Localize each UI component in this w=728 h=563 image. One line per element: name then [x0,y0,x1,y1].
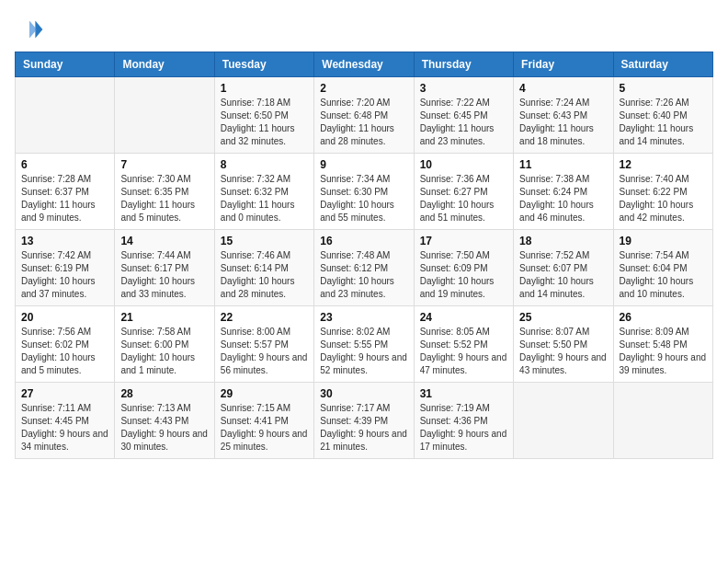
day-number: 29 [221,387,308,400]
day-number: 6 [21,158,108,171]
day-info: Sunrise: 8:00 AMSunset: 5:57 PMDaylight:… [221,326,308,377]
day-info: Sunrise: 7:46 AMSunset: 6:14 PMDaylight:… [221,249,308,301]
calendar-cell: 30Sunrise: 7:17 AMSunset: 4:39 PMDayligh… [314,383,414,459]
calendar-cell [613,383,712,459]
day-number: 8 [221,158,308,171]
day-info: Sunrise: 7:24 AMSunset: 6:43 PMDaylight:… [519,97,607,148]
day-info: Sunrise: 7:22 AMSunset: 6:45 PMDaylight:… [420,97,507,148]
day-number: 27 [21,387,108,400]
day-info: Sunrise: 7:28 AMSunset: 6:37 PMDaylight:… [21,173,108,224]
day-number: 28 [120,387,208,400]
day-number: 16 [320,235,407,247]
day-number: 3 [420,82,507,95]
calendar-week-5: 27Sunrise: 7:11 AMSunset: 4:45 PMDayligh… [16,383,713,459]
day-info: Sunrise: 7:56 AMSunset: 6:02 PMDaylight:… [21,326,108,377]
day-info: Sunrise: 7:42 AMSunset: 6:19 PMDaylight:… [21,249,108,301]
day-info: Sunrise: 7:32 AMSunset: 6:32 PMDaylight:… [221,173,308,224]
calendar-cell: 1Sunrise: 7:18 AMSunset: 6:50 PMDaylight… [214,77,313,154]
calendar-week-4: 20Sunrise: 7:56 AMSunset: 6:02 PMDayligh… [16,306,713,383]
calendar-cell: 3Sunrise: 7:22 AMSunset: 6:45 PMDaylight… [414,77,513,154]
calendar-cell: 26Sunrise: 8:09 AMSunset: 5:48 PMDayligh… [613,306,712,383]
day-number: 10 [420,158,507,171]
day-number: 15 [221,235,308,247]
calendar-cell: 23Sunrise: 8:02 AMSunset: 5:55 PMDayligh… [314,306,414,383]
calendar-cell: 25Sunrise: 8:07 AMSunset: 5:50 PMDayligh… [514,306,613,383]
calendar-week-3: 13Sunrise: 7:42 AMSunset: 6:19 PMDayligh… [16,230,713,306]
day-number: 30 [320,387,407,400]
calendar-cell: 18Sunrise: 7:52 AMSunset: 6:07 PMDayligh… [514,230,613,306]
day-info: Sunrise: 8:02 AMSunset: 5:55 PMDaylight:… [320,326,407,377]
calendar-cell: 13Sunrise: 7:42 AMSunset: 6:19 PMDayligh… [16,230,115,306]
calendar-cell [514,383,613,459]
day-info: Sunrise: 8:07 AMSunset: 5:50 PMDaylight:… [519,326,607,377]
day-info: Sunrise: 7:26 AMSunset: 6:40 PMDaylight:… [620,97,707,148]
calendar-cell: 31Sunrise: 7:19 AMSunset: 4:36 PMDayligh… [414,383,513,459]
day-number: 24 [420,311,507,324]
day-info: Sunrise: 7:30 AMSunset: 6:35 PMDaylight:… [120,173,208,224]
day-info: Sunrise: 7:40 AMSunset: 6:22 PMDaylight:… [620,173,707,224]
calendar-week-1: 1Sunrise: 7:18 AMSunset: 6:50 PMDaylight… [16,77,713,154]
day-number: 17 [420,235,507,247]
calendar-cell [115,77,214,154]
calendar-cell: 10Sunrise: 7:36 AMSunset: 6:27 PMDayligh… [414,154,513,230]
day-info: Sunrise: 7:48 AMSunset: 6:12 PMDaylight:… [320,249,407,301]
day-number: 18 [519,235,607,247]
day-number: 9 [320,158,407,171]
calendar-cell: 6Sunrise: 7:28 AMSunset: 6:37 PMDaylight… [16,154,115,230]
calendar-cell: 8Sunrise: 7:32 AMSunset: 6:32 PMDaylight… [214,154,313,230]
day-info: Sunrise: 7:15 AMSunset: 4:41 PMDaylight:… [221,402,308,454]
day-info: Sunrise: 7:54 AMSunset: 6:04 PMDaylight:… [620,249,707,301]
calendar-cell: 29Sunrise: 7:15 AMSunset: 4:41 PMDayligh… [214,383,313,459]
day-number: 12 [620,158,707,171]
calendar-cell: 5Sunrise: 7:26 AMSunset: 6:40 PMDaylight… [613,77,712,154]
day-info: Sunrise: 7:18 AMSunset: 6:50 PMDaylight:… [221,97,308,148]
logo-icon [15,15,44,44]
day-number: 5 [620,82,707,95]
calendar-header-thursday: Thursday [414,52,513,77]
day-number: 4 [519,82,607,95]
day-number: 2 [320,82,407,95]
day-info: Sunrise: 7:36 AMSunset: 6:27 PMDaylight:… [420,173,507,224]
day-number: 20 [21,311,108,324]
calendar-cell: 11Sunrise: 7:38 AMSunset: 6:24 PMDayligh… [514,154,613,230]
calendar-cell: 9Sunrise: 7:34 AMSunset: 6:30 PMDaylight… [314,154,414,230]
calendar-cell: 12Sunrise: 7:40 AMSunset: 6:22 PMDayligh… [613,154,712,230]
calendar-header-friday: Friday [514,52,613,77]
day-number: 25 [519,311,607,324]
day-info: Sunrise: 7:58 AMSunset: 6:00 PMDaylight:… [120,326,208,377]
day-info: Sunrise: 8:09 AMSunset: 5:48 PMDaylight:… [620,326,707,377]
day-info: Sunrise: 7:44 AMSunset: 6:17 PMDaylight:… [120,249,208,301]
day-info: Sunrise: 7:34 AMSunset: 6:30 PMDaylight:… [320,173,407,224]
day-number: 23 [320,311,407,324]
page-header [15,15,713,44]
day-info: Sunrise: 8:05 AMSunset: 5:52 PMDaylight:… [420,326,507,377]
day-number: 1 [221,82,308,95]
logo [15,15,48,44]
calendar-cell: 19Sunrise: 7:54 AMSunset: 6:04 PMDayligh… [613,230,712,306]
calendar-cell: 21Sunrise: 7:58 AMSunset: 6:00 PMDayligh… [115,306,214,383]
day-number: 19 [620,235,707,247]
day-number: 14 [120,235,208,247]
day-number: 22 [221,311,308,324]
day-number: 13 [21,235,108,247]
calendar-week-2: 6Sunrise: 7:28 AMSunset: 6:37 PMDaylight… [16,154,713,230]
calendar-cell: 15Sunrise: 7:46 AMSunset: 6:14 PMDayligh… [214,230,313,306]
day-info: Sunrise: 7:52 AMSunset: 6:07 PMDaylight:… [519,249,607,301]
calendar-cell: 16Sunrise: 7:48 AMSunset: 6:12 PMDayligh… [314,230,414,306]
calendar-table: SundayMondayTuesdayWednesdayThursdayFrid… [15,52,713,459]
day-info: Sunrise: 7:38 AMSunset: 6:24 PMDaylight:… [519,173,607,224]
day-info: Sunrise: 7:19 AMSunset: 4:36 PMDaylight:… [420,402,507,454]
day-info: Sunrise: 7:11 AMSunset: 4:45 PMDaylight:… [21,402,108,454]
calendar-cell: 22Sunrise: 8:00 AMSunset: 5:57 PMDayligh… [214,306,313,383]
calendar-cell: 14Sunrise: 7:44 AMSunset: 6:17 PMDayligh… [115,230,214,306]
calendar-header-sunday: Sunday [16,52,115,77]
day-number: 7 [120,158,208,171]
calendar-cell: 7Sunrise: 7:30 AMSunset: 6:35 PMDaylight… [115,154,214,230]
calendar-cell: 4Sunrise: 7:24 AMSunset: 6:43 PMDaylight… [514,77,613,154]
day-info: Sunrise: 7:20 AMSunset: 6:48 PMDaylight:… [320,97,407,148]
day-number: 31 [420,387,507,400]
calendar-cell: 17Sunrise: 7:50 AMSunset: 6:09 PMDayligh… [414,230,513,306]
calendar-header-tuesday: Tuesday [214,52,313,77]
day-number: 11 [519,158,607,171]
calendar-header-monday: Monday [115,52,214,77]
